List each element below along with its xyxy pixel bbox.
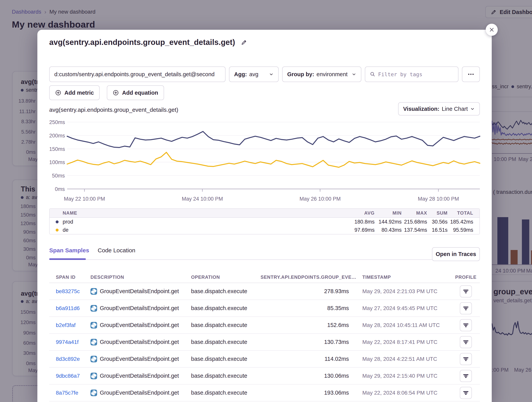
close-icon	[489, 27, 494, 32]
span-id-link[interactable]: b6a911d6	[56, 305, 90, 311]
x-tick: May 26 10:00 PM	[291, 196, 349, 202]
main-line-chart	[67, 122, 480, 192]
more-options-button[interactable]	[462, 67, 480, 82]
span-id-link[interactable]: 9974a41f	[56, 339, 90, 345]
table-row: b2ef3faf GroupEventDetailsEndpoint.get b…	[49, 317, 480, 334]
profile-button[interactable]	[460, 353, 472, 365]
profile-button[interactable]	[460, 370, 472, 382]
python-icon	[90, 322, 97, 328]
x-tick: May 24 10:00 PM	[173, 196, 232, 202]
chevron-down-icon	[269, 72, 274, 77]
table-row: 9dbc86a7 GroupEventDetailsEndpoint.get b…	[49, 368, 480, 384]
span-operation: base.dispatch.execute	[191, 305, 260, 311]
filter-placeholder: Filter by tags	[378, 71, 422, 77]
span-timestamp: May 27, 2024 9:45:45 PM UTC	[349, 305, 452, 311]
chevron-down-icon	[470, 106, 475, 111]
profile-button[interactable]	[460, 336, 472, 348]
active-tab-underline	[49, 258, 86, 260]
python-icon	[90, 390, 97, 396]
samples-table-body: be83275c GroupEventDetailsEndpoint.get b…	[49, 283, 480, 402]
flamegraph-icon	[463, 322, 469, 328]
samples-table-header: SPAN ID DESCRIPTION OPERATION SENTRY.API…	[49, 272, 480, 283]
table-row: 9974a41f GroupEventDetailsEndpoint.get b…	[49, 334, 480, 351]
python-icon	[90, 288, 97, 295]
profile-button[interactable]	[460, 387, 472, 399]
summary-row[interactable]: de 97.69ms 80.43ms 137.54ms 16.51s 95.59…	[50, 226, 480, 234]
span-operation: base.dispatch.execute	[191, 288, 260, 295]
search-icon	[370, 72, 375, 77]
aggregation-dropdown[interactable]: Agg: avg	[229, 67, 279, 82]
span-description: GroupEventDetailsEndpoint.get	[100, 305, 179, 311]
span-timestamp: May 29, 2024 2:21:03 PM UTC	[349, 288, 452, 295]
plus-circle-icon	[55, 90, 61, 96]
profile-button[interactable]	[460, 319, 472, 331]
y-tick: 250ms	[49, 119, 65, 125]
y-tick: 0ms	[49, 186, 65, 192]
span-id-link[interactable]: 9dbc86a7	[56, 373, 90, 379]
x-tick: May 28 10:00 PM	[409, 196, 468, 202]
span-timestamp: May 22, 2024 8:17:41 PM UTC	[349, 339, 452, 345]
span-operation: base.dispatch.execute	[191, 339, 260, 345]
profile-button[interactable]	[460, 302, 472, 314]
tab-span-samples[interactable]: Span Samples	[49, 247, 89, 254]
add-metric-button[interactable]: Add metric	[49, 85, 100, 100]
flamegraph-icon	[463, 305, 469, 311]
python-icon	[90, 339, 97, 346]
series-dot-icon	[56, 220, 59, 223]
span-operation: base.dispatch.execute	[191, 356, 260, 362]
add-equation-label: Add equation	[122, 90, 158, 96]
edit-title-pencil-icon[interactable]	[241, 39, 247, 46]
series-dot-icon	[56, 229, 59, 232]
group-by-value: environment	[317, 71, 348, 78]
filter-by-tags-input[interactable]: Filter by tags	[365, 67, 458, 82]
span-timestamp: May 29, 2024 2:15:40 PM UTC	[349, 373, 452, 379]
tabs-divider	[49, 259, 480, 260]
agg-label: Agg:	[234, 71, 247, 78]
span-timestamp: May 28, 2024 4:22:51 AM UTC	[349, 356, 452, 362]
span-operation: base.dispatch.execute	[191, 322, 260, 328]
span-duration: 152.6ms	[260, 322, 349, 328]
y-tick: 200ms	[49, 133, 65, 139]
span-id-link[interactable]: b2ef3faf	[56, 322, 90, 328]
group-by-dropdown[interactable]: Group by: environment	[282, 67, 361, 82]
y-tick: 50ms	[49, 173, 65, 179]
flamegraph-icon	[463, 373, 469, 379]
span-operation: base.dispatch.execute	[191, 373, 260, 379]
visualization-label: Visualization:	[403, 106, 439, 112]
span-operation: base.dispatch.execute	[191, 390, 260, 396]
plus-circle-icon	[113, 90, 119, 96]
table-row: 8d3c892e GroupEventDetailsEndpoint.get b…	[49, 351, 480, 368]
series-summary-table: NAME AVG MIN MAX SUM TOTAL prod 180.8ms …	[49, 208, 480, 235]
y-tick: 100ms	[49, 159, 65, 165]
span-timestamp: May 28, 2024 10:45:11 AM UTC	[349, 322, 452, 328]
span-duration: 278.93ms	[260, 288, 349, 295]
span-description: GroupEventDetailsEndpoint.get	[100, 373, 179, 379]
span-timestamp: May 22, 2024 8:06:54 PM UTC	[349, 390, 452, 396]
table-row: be83275c GroupEventDetailsEndpoint.get b…	[49, 283, 480, 300]
profile-button[interactable]	[460, 285, 472, 297]
metric-query-input[interactable]: d:custom/sentry.api.endpoints.group_even…	[49, 67, 226, 82]
group-by-label: Group by:	[287, 71, 314, 78]
span-duration: 193.06ms	[260, 390, 349, 396]
flamegraph-icon	[463, 339, 469, 345]
tab-code-location[interactable]: Code Location	[98, 247, 135, 254]
y-tick: 150ms	[49, 146, 65, 152]
close-modal-button[interactable]	[486, 24, 498, 36]
python-icon	[90, 305, 97, 312]
span-id-link[interactable]: 8a75c7fe	[56, 390, 90, 396]
chart-header: avg(sentry.api.endpoints.group_event_det…	[49, 106, 178, 113]
span-id-link[interactable]: be83275c	[56, 288, 90, 295]
ellipsis-icon	[468, 74, 474, 75]
span-id-link[interactable]: 8d3c892e	[56, 356, 90, 362]
visualization-dropdown[interactable]: Visualization: Line Chart	[398, 102, 480, 116]
add-equation-button[interactable]: Add equation	[107, 85, 164, 100]
span-duration: 114.02ms	[260, 356, 349, 362]
add-metric-label: Add metric	[64, 90, 94, 96]
open-in-traces-button[interactable]: Open in Traces	[432, 247, 480, 261]
x-tick: May 22 10:00 PM	[55, 196, 114, 202]
python-icon	[90, 356, 97, 362]
span-duration: 130.73ms	[260, 339, 349, 345]
span-description: GroupEventDetailsEndpoint.get	[100, 339, 179, 345]
summary-row[interactable]: prod 180.8ms 144.92ms 215.68ms 30.56s 18…	[50, 218, 480, 226]
agg-value: avg	[249, 71, 258, 78]
